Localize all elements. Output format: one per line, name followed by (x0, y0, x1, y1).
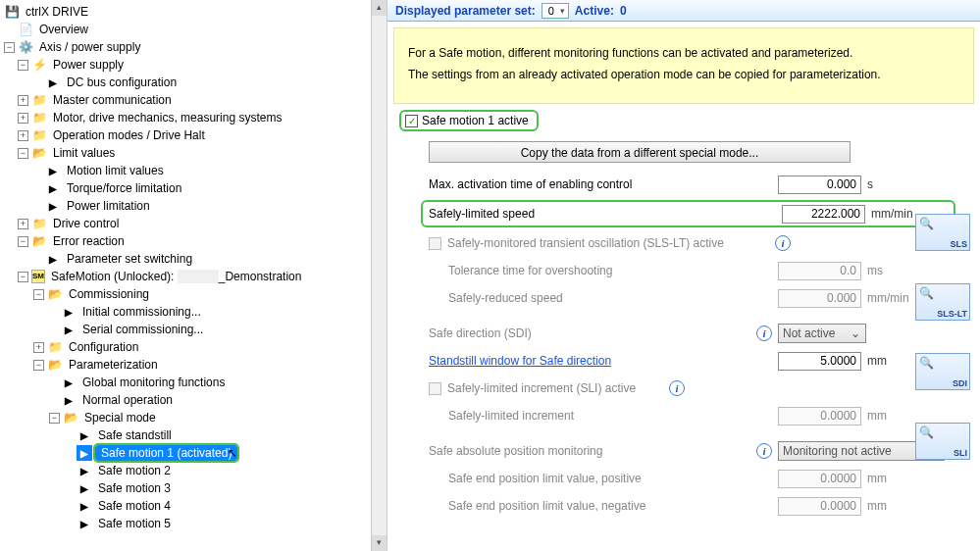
info-icon[interactable]: i (775, 235, 791, 251)
tree-dc-bus-label[interactable]: DC bus configuration (64, 75, 180, 90)
tree-safe-motion-4[interactable]: ▶ Safe motion 4 (0, 497, 387, 515)
tree-parameterization[interactable]: − 📂 Parameterization (0, 356, 387, 374)
sdi-select[interactable]: Not active (778, 324, 866, 343)
info-line-2: The settings from an already activated o… (408, 64, 959, 85)
tree-dc-bus[interactable]: ▶ DC bus configuration (0, 74, 387, 91)
tree-panel[interactable]: 💾 ctrlX DRIVE 📄 Overview − ⚙️ Axis / pow… (0, 0, 387, 551)
tree-power-supply-label[interactable]: Power supply (50, 57, 127, 73)
expand-icon[interactable]: + (18, 130, 28, 141)
param-set-select[interactable]: 0 (542, 3, 569, 19)
info-icon[interactable]: i (756, 443, 772, 459)
expand-icon[interactable]: − (33, 289, 44, 300)
tree-error-react[interactable]: − 📂 Error reaction (0, 232, 387, 250)
tree-safe-motion-3-label[interactable]: Safe motion 3 (95, 480, 174, 496)
tree-error-react-label[interactable]: Error reaction (50, 233, 128, 249)
tree-motor-label[interactable]: Motor, drive mechanics, measuring system… (50, 110, 284, 125)
tree-limit-values-label[interactable]: Limit values (50, 145, 118, 161)
expand-icon[interactable]: + (18, 95, 28, 106)
tree-parameterization-label[interactable]: Parameterization (66, 357, 161, 373)
tree-root-label[interactable]: ctrlX DRIVE (23, 4, 91, 20)
tree-special-mode[interactable]: − 📂 Special mode (0, 409, 387, 426)
max-activation-input[interactable] (778, 175, 861, 194)
tree-commissioning[interactable]: − 📂 Commissioning (0, 285, 387, 303)
tree-init-comm[interactable]: ▶ Initial commissioning... (0, 303, 387, 321)
tree-serial-comm[interactable]: ▶ Serial commissioning... (0, 321, 387, 338)
tree-op-modes-label[interactable]: Operation modes / Drive Halt (50, 127, 208, 143)
tree-scrollbar[interactable]: ▴ ▾ (371, 0, 387, 551)
scroll-down-icon[interactable]: ▾ (372, 535, 387, 551)
sls-input[interactable] (782, 205, 865, 224)
standstill-window-input[interactable] (778, 352, 861, 371)
tree-master-comm-label[interactable]: Master communication (50, 92, 175, 108)
tree-normal-op[interactable]: ▶ Normal operation (0, 391, 387, 409)
info-icon[interactable]: i (669, 380, 685, 396)
tree-axis-label[interactable]: Axis / power supply (36, 39, 143, 55)
expand-icon[interactable]: − (18, 272, 28, 282)
tree-safe-motion-4-label[interactable]: Safe motion 4 (95, 498, 174, 514)
tree-safemotion[interactable]: − SM SafeMotion (Unlocked): xxxxxxx_Demo… (0, 268, 387, 285)
tree-motion-limit[interactable]: ▶ Motion limit values (0, 162, 387, 179)
expand-icon[interactable]: − (18, 60, 28, 71)
tree-safe-motion-5-label[interactable]: Safe motion 5 (95, 516, 174, 531)
expand-icon[interactable]: − (33, 360, 44, 371)
tree-init-comm-label[interactable]: Initial commissioning... (79, 304, 204, 320)
tree-torque-label[interactable]: Torque/force limitation (64, 180, 184, 196)
expand-icon[interactable]: − (4, 42, 15, 53)
tree-configuration[interactable]: + 📁 Configuration (0, 338, 387, 356)
tree-safe-motion-1-label[interactable]: Safe motion 1 (activated) (95, 445, 237, 461)
tree-safe-standstill-label[interactable]: Safe standstill (95, 427, 175, 443)
tree-motor[interactable]: + 📁 Motor, drive mechanics, measuring sy… (0, 109, 387, 126)
tree-safe-motion-3[interactable]: ▶ Safe motion 3 (0, 479, 387, 497)
expand-icon[interactable]: + (18, 219, 28, 229)
scroll-track[interactable] (372, 16, 387, 535)
tree-serial-comm-label[interactable]: Serial commissioning... (79, 322, 206, 337)
tree-master-comm[interactable]: + 📁 Master communication (0, 91, 387, 109)
standstill-window-link[interactable]: Standstill window for Safe direction (429, 354, 772, 368)
info-icon[interactable]: i (756, 326, 772, 341)
tree-torque[interactable]: ▶ Torque/force limitation (0, 179, 387, 197)
tree-configuration-label[interactable]: Configuration (66, 339, 141, 355)
tree-special-mode-label[interactable]: Special mode (81, 410, 159, 426)
tree-op-modes[interactable]: + 📁 Operation modes / Drive Halt (0, 126, 387, 144)
sdi-thumbnail[interactable]: SDI (915, 353, 970, 390)
tree-overview[interactable]: 📄 Overview (0, 21, 387, 38)
tree-safe-motion-2[interactable]: ▶ Safe motion 2 (0, 462, 387, 479)
power-icon: ⚡ (31, 57, 47, 73)
tree-commissioning-label[interactable]: Commissioning (66, 286, 152, 302)
tree-safe-standstill[interactable]: ▶ Safe standstill (0, 426, 387, 444)
tree-normal-op-label[interactable]: Normal operation (79, 392, 176, 408)
tree-drive-ctrl[interactable]: + 📁 Drive control (0, 215, 387, 232)
expand-icon[interactable]: − (49, 413, 60, 424)
sli-checkbox[interactable] (429, 382, 441, 395)
tree-param-switch-label[interactable]: Parameter set switching (64, 251, 195, 267)
expand-icon[interactable]: + (18, 113, 28, 124)
tree-axis[interactable]: − ⚙️ Axis / power supply (0, 38, 387, 56)
tree-param-switch[interactable]: ▶ Parameter set switching (0, 250, 387, 268)
sls-lt-thumbnail[interactable]: SLS-LT (915, 283, 970, 321)
sls-thumbnail[interactable]: SLS (915, 214, 970, 251)
tree-drive-ctrl-label[interactable]: Drive control (50, 216, 122, 231)
expand-icon[interactable]: − (18, 148, 28, 159)
tree-safe-motion-2-label[interactable]: Safe motion 2 (95, 463, 174, 478)
tree-safe-motion-1[interactable]: ▶ Safe motion 1 (activated) ↖ (0, 444, 387, 462)
expand-icon[interactable]: + (33, 342, 44, 353)
tree-safe-motion-5[interactable]: ▶ Safe motion 5 (0, 515, 387, 532)
copy-mode-button[interactable]: Copy the data from a different special m… (429, 141, 851, 163)
tree-root[interactable]: 💾 ctrlX DRIVE (0, 3, 387, 21)
tree-global-mon-label[interactable]: Global monitoring functions (79, 375, 228, 390)
tree-global-mon[interactable]: ▶ Global monitoring functions (0, 374, 387, 391)
expand-icon[interactable]: − (18, 236, 28, 247)
row-sls-lt: Safely-monitored transient oscillation (… (393, 231, 974, 255)
tree-safemotion-label[interactable]: SafeMotion (Unlocked): xxxxxxx_Demonstra… (48, 269, 304, 284)
sli-thumbnail[interactable]: SLI (915, 423, 970, 460)
sls-lt-checkbox[interactable] (429, 237, 441, 250)
safe-motion-active-checkbox[interactable]: ✓ (405, 115, 418, 127)
scroll-up-icon[interactable]: ▴ (372, 0, 387, 16)
tree-limit-values[interactable]: − 📂 Limit values (0, 144, 387, 162)
row-sdi: Safe direction (SDI) i Not active (393, 322, 974, 345)
tree-power-supply[interactable]: − ⚡ Power supply (0, 56, 387, 74)
tree-power-lim[interactable]: ▶ Power limitation (0, 197, 387, 215)
tree-power-lim-label[interactable]: Power limitation (64, 198, 153, 214)
tree-motion-limit-label[interactable]: Motion limit values (64, 163, 167, 178)
tree-overview-label[interactable]: Overview (36, 22, 91, 37)
